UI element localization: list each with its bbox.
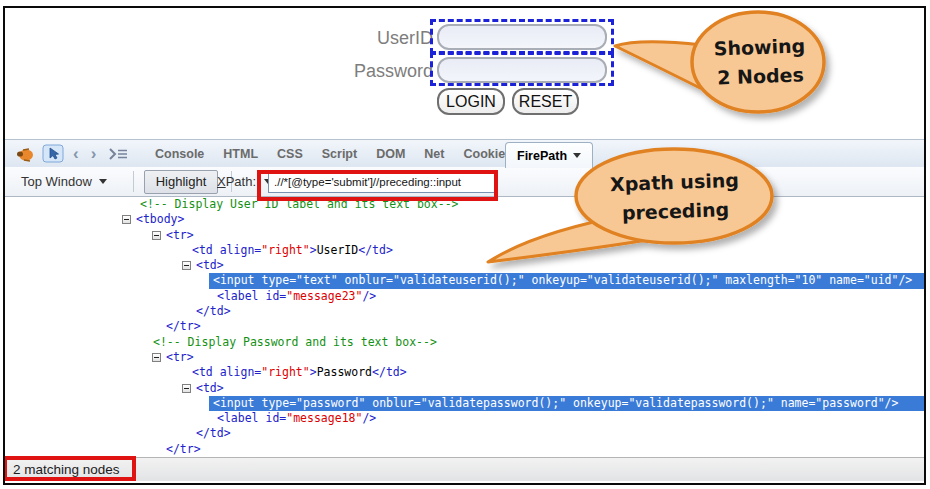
tree-node-line[interactable]: </td>	[5, 426, 925, 441]
userid-input[interactable]	[437, 24, 607, 50]
status-bar: 2 matching nodes	[5, 457, 925, 481]
status-annotation-box	[3, 456, 136, 481]
tree-node-line[interactable]: <input type="password" onblur="validatep…	[5, 396, 925, 411]
collapse-twisty-icon[interactable]	[182, 384, 191, 393]
firepath-tab-label: FirePath	[517, 149, 567, 163]
firebug-tab-bar: ‹ › ConsoleHTMLCSSScriptDOMNetCookies Fi…	[5, 139, 925, 167]
tree-node-line[interactable]: </tr>	[5, 442, 925, 457]
tree-node-line[interactable]: <label id="message23"/>	[5, 289, 925, 304]
tree-node-line[interactable]: <label id="message18"/>	[5, 411, 925, 426]
userid-label: UserID	[313, 28, 433, 49]
scope-dropdown-label: Top Window	[21, 174, 92, 189]
tab-net[interactable]: Net	[424, 147, 444, 161]
tab-dom[interactable]: DOM	[376, 147, 405, 161]
login-button[interactable]: LOGIN	[437, 88, 505, 115]
forward-icon[interactable]: ›	[85, 140, 103, 167]
collapse-twisty-icon[interactable]	[182, 261, 191, 270]
collapse-twisty-icon[interactable]	[152, 353, 161, 362]
tab-script[interactable]: Script	[322, 147, 357, 161]
back-icon[interactable]: ‹	[67, 140, 85, 167]
tree-node-line[interactable]: </tr>	[5, 319, 925, 334]
dom-tree: <!-- Display User ID label and its text …	[5, 197, 925, 457]
panel-list-icon[interactable]	[107, 147, 129, 161]
callout-showing-nodes: Showing 2 Nodes	[699, 31, 821, 93]
scope-dropdown-arrow-icon	[99, 179, 107, 184]
tree-node-line[interactable]: <tbody>	[5, 212, 925, 227]
firepath-tab-menu-icon	[573, 153, 581, 158]
tree-node-line[interactable]: <td align="right">UserID</td>	[5, 243, 925, 258]
tab-html[interactable]: HTML	[223, 147, 258, 161]
firebug-tabs: ConsoleHTMLCSSScriptDOMNetCookies	[155, 140, 512, 167]
tab-console[interactable]: Console	[155, 147, 204, 161]
tree-node-line[interactable]: <!-- Display Password and its text box--…	[5, 335, 925, 350]
tree-node-line[interactable]: <tr>	[5, 350, 925, 365]
tree-node-line[interactable]: <td align="right">Password</td>	[5, 365, 925, 380]
screenshot-stage: UserID Password LOGIN RESET Showing 2 No…	[0, 0, 930, 489]
tree-node-line[interactable]: <td>	[5, 258, 925, 273]
firebug-icon[interactable]	[15, 146, 35, 162]
tree-node-line[interactable]: <tr>	[5, 228, 925, 243]
scope-dropdown[interactable]: Top Window	[21, 167, 107, 196]
tree-node-line[interactable]: <input type="text" onblur="validateuseri…	[5, 273, 925, 288]
inspect-icon[interactable]	[42, 144, 64, 163]
password-input[interactable]	[437, 57, 607, 83]
highlight-button[interactable]: Highlight	[144, 170, 218, 194]
tab-css[interactable]: CSS	[277, 147, 303, 161]
collapse-twisty-icon[interactable]	[122, 215, 131, 224]
password-label: Password	[313, 61, 433, 82]
tree-node-line[interactable]: </td>	[5, 304, 925, 319]
xpath-annotation-box	[257, 170, 498, 201]
tab-firepath[interactable]: FirePath	[505, 142, 593, 168]
xpath-mode-label: XPath:	[217, 174, 256, 189]
collapse-twisty-icon[interactable]	[152, 231, 161, 240]
reset-button[interactable]: RESET	[512, 88, 579, 115]
toolbar-separator	[133, 171, 134, 192]
tree-node-line[interactable]: <td>	[5, 381, 925, 396]
